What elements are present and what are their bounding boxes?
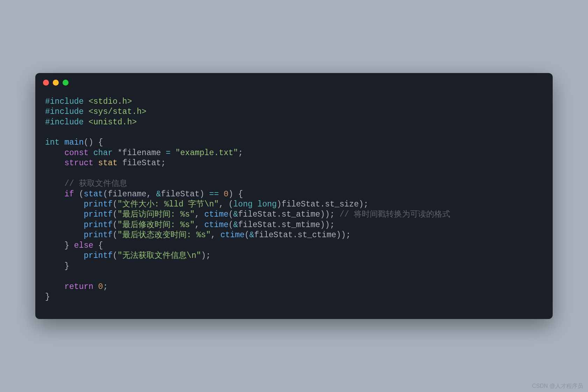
code-token bbox=[45, 179, 64, 188]
code-token: } bbox=[45, 241, 74, 250]
code-line: int main() { bbox=[45, 138, 543, 148]
code-line: } bbox=[45, 261, 543, 271]
code-token bbox=[219, 190, 224, 199]
code-token: stat bbox=[98, 159, 117, 168]
code-token: printf bbox=[84, 220, 113, 230]
close-icon[interactable] bbox=[43, 80, 49, 86]
code-token: "最后状态改变时间: %s" bbox=[117, 231, 211, 240]
code-editor[interactable]: #include <stdio.h>#include <sys/stat.h>#… bbox=[35, 93, 553, 319]
code-line: struct stat fileStat; bbox=[45, 158, 543, 168]
code-token: ( bbox=[113, 210, 117, 219]
code-token bbox=[45, 251, 84, 260]
code-token: ); bbox=[201, 251, 211, 260]
code-token: 0 bbox=[224, 190, 229, 199]
code-token: & bbox=[249, 231, 254, 240]
code-token: printf bbox=[84, 210, 113, 219]
code-token bbox=[93, 159, 98, 168]
code-token: 0 bbox=[98, 282, 103, 291]
code-window: #include <stdio.h>#include <sys/stat.h>#… bbox=[35, 73, 553, 319]
code-token bbox=[45, 282, 64, 291]
code-token: , bbox=[211, 231, 221, 240]
watermark-text: CSDN @人才程序员 bbox=[532, 383, 583, 390]
code-token: fileStat; bbox=[117, 159, 166, 168]
code-line: printf("最后修改时间: %s", ctime(&fileStat.st_… bbox=[45, 220, 543, 230]
code-token: )fileStat.st_size); bbox=[277, 200, 368, 209]
code-token bbox=[59, 138, 64, 147]
code-token: & bbox=[156, 190, 161, 199]
code-token: ( bbox=[113, 251, 117, 260]
code-token: ctime bbox=[205, 210, 229, 219]
maximize-icon[interactable] bbox=[63, 80, 69, 86]
code-token bbox=[45, 148, 64, 158]
code-token: ctime bbox=[205, 220, 229, 230]
code-line bbox=[45, 128, 543, 138]
code-token: long bbox=[233, 200, 252, 209]
code-token: return bbox=[64, 282, 93, 291]
code-line: } bbox=[45, 292, 543, 302]
code-line: #include <stdio.h> bbox=[45, 97, 543, 107]
code-token: { bbox=[93, 241, 103, 250]
code-token bbox=[84, 118, 88, 127]
code-token: <unistd.h> bbox=[88, 118, 137, 127]
code-line: // 获取文件信息 bbox=[45, 179, 543, 189]
code-token: "example.txt" bbox=[175, 148, 238, 158]
code-line: return 0; bbox=[45, 282, 543, 292]
code-token: if bbox=[64, 190, 74, 199]
code-line: printf("最后状态改变时间: %s", ctime(&fileStat.s… bbox=[45, 230, 543, 240]
code-token: () { bbox=[84, 138, 103, 147]
code-token: main bbox=[64, 138, 84, 147]
code-token: ( bbox=[229, 220, 234, 230]
window-titlebar bbox=[35, 73, 553, 93]
code-token: fileStat.st_ctime)); bbox=[254, 231, 351, 240]
code-token bbox=[253, 200, 258, 209]
code-line: #include <unistd.h> bbox=[45, 117, 543, 128]
code-token: "最后修改时间: %s" bbox=[117, 220, 195, 230]
code-token: , bbox=[195, 210, 205, 219]
code-token: ; bbox=[238, 148, 243, 158]
code-token bbox=[45, 231, 84, 240]
code-token: ( bbox=[113, 231, 117, 240]
code-line: if (stat(filename, &fileStat) == 0) { bbox=[45, 189, 543, 199]
code-token: printf bbox=[84, 251, 113, 260]
code-token: , ( bbox=[219, 200, 233, 209]
code-token: , bbox=[195, 220, 205, 230]
code-line: printf("文件大小: %lld 字节\n", (long long)fil… bbox=[45, 199, 543, 210]
code-token: ( bbox=[113, 220, 117, 230]
code-token: ( bbox=[113, 200, 117, 209]
code-token: int bbox=[45, 138, 59, 147]
code-token: ) { bbox=[229, 190, 243, 199]
code-token bbox=[171, 148, 175, 158]
code-token: fileStat.st_mtime)); bbox=[238, 220, 335, 230]
code-token: #include bbox=[45, 107, 84, 116]
code-token: const bbox=[64, 148, 88, 158]
minimize-icon[interactable] bbox=[53, 80, 59, 86]
code-token: & bbox=[233, 210, 238, 219]
code-token bbox=[45, 210, 84, 219]
code-token: == bbox=[209, 190, 219, 199]
code-token bbox=[84, 107, 88, 116]
code-token bbox=[45, 159, 64, 168]
code-token: printf bbox=[84, 231, 113, 240]
code-token: stat bbox=[84, 190, 103, 199]
code-line: const char *filename = "example.txt"; bbox=[45, 148, 543, 158]
code-line bbox=[45, 271, 543, 282]
code-token: & bbox=[233, 220, 238, 230]
code-token: ctime bbox=[221, 231, 245, 240]
code-token: fileStat.st_atime)); bbox=[238, 210, 339, 219]
code-token: (filename, bbox=[103, 190, 156, 199]
code-token bbox=[45, 200, 84, 209]
code-token: ; bbox=[103, 282, 108, 291]
code-token: "文件大小: %lld 字节\n" bbox=[117, 200, 219, 209]
code-token: "最后访问时间: %s" bbox=[117, 210, 195, 219]
code-token: long bbox=[257, 200, 277, 209]
code-token: ( bbox=[245, 231, 250, 240]
code-token: ( bbox=[229, 210, 234, 219]
code-token: } bbox=[45, 262, 69, 271]
code-token bbox=[45, 220, 84, 230]
code-token: #include bbox=[45, 97, 84, 106]
code-token: = bbox=[166, 148, 171, 158]
code-token: "无法获取文件信息\n" bbox=[117, 251, 201, 260]
code-line: printf("无法获取文件信息\n"); bbox=[45, 251, 543, 261]
code-token: ( bbox=[74, 190, 84, 199]
code-token: #include bbox=[45, 118, 84, 127]
